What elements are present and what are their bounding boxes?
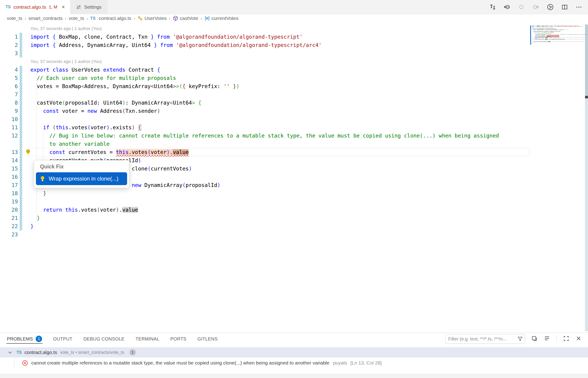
line-number[interactable]: 5 [0, 74, 18, 82]
lightbulb-icon[interactable] [25, 149, 31, 155]
breadcrumb-item-vote_ts[interactable]: vote_ts [69, 15, 84, 21]
code-row[interactable]: 5 // Each user can vote for multiple pro… [0, 74, 530, 82]
line-number[interactable]: 4 [0, 66, 18, 74]
tab-contract-algo-ts[interactable]: TS contract.algo.ts 1, M × [0, 0, 70, 14]
code-line[interactable]: } [30, 189, 46, 197]
code-line[interactable]: } [30, 214, 40, 222]
line-number[interactable]: 23 [0, 230, 18, 239]
panel-tab-gitlens[interactable]: GITLENS [198, 333, 218, 345]
close-panel-icon[interactable] [576, 336, 582, 342]
line-number[interactable]: 20 [0, 206, 18, 214]
breadcrumb-item-castVote[interactable]: castVote [173, 15, 198, 21]
panel-tab-problems[interactable]: PROBLEMS1 [7, 333, 42, 345]
line-number[interactable]: 22 [0, 222, 18, 230]
breadcrumb-item-UserVotes[interactable]: UserVotes [137, 15, 167, 21]
split-editor-icon[interactable] [562, 4, 568, 10]
line-number[interactable]: 10 [0, 115, 18, 123]
code-line[interactable]: } [30, 222, 34, 230]
line-number[interactable] [0, 140, 18, 148]
code-row[interactable]: 18 } [0, 189, 530, 197]
breadcrumb-item-vote_ts[interactable]: vote_ts [7, 15, 22, 21]
line-number[interactable]: 15 [0, 164, 18, 173]
code-row[interactable]: 1import { BoxMap, clone, Contract, Txn }… [0, 33, 530, 41]
gitlens-blame-row[interactable]: You, 37 seconds ago | 1 author (You) [0, 25, 530, 33]
code-row[interactable]: 13 const currentVotes = this.votes(voter… [0, 148, 530, 156]
code-row[interactable]: 9 const voter = new Address(Txn.sender) [0, 107, 530, 115]
collapse-all-icon[interactable] [544, 336, 550, 343]
chevron-down-icon[interactable] [7, 350, 13, 355]
gitlens-blame-annotation[interactable]: You, 37 seconds ago | 1 author (You) [30, 57, 102, 66]
view-as-table-icon[interactable] [531, 336, 537, 343]
code-row[interactable]: to another variable [0, 140, 530, 148]
more-actions-icon[interactable] [576, 4, 582, 10]
gitlens-blame-annotation[interactable]: You, 37 seconds ago | 1 author (You) [30, 25, 102, 33]
problems-error-row[interactable]: cannot create multiple references to a m… [0, 358, 588, 368]
code-line[interactable]: const voter = new Address(Txn.sender) [30, 107, 160, 115]
line-number[interactable]: 16 [0, 173, 18, 181]
line-number[interactable]: 18 [0, 189, 18, 197]
line-number[interactable]: 9 [0, 107, 18, 115]
code-line[interactable]: to another variable [30, 140, 110, 148]
code-row[interactable]: 19 [0, 197, 530, 206]
quick-fix-action[interactable]: Wrap expression in clone(...) [36, 172, 127, 185]
line-number[interactable]: 7 [0, 90, 18, 99]
code-line[interactable]: votes = BoxMap<Address, DynamicArray<Uin… [30, 82, 239, 90]
scrollbar[interactable] [585, 25, 588, 331]
code-row[interactable]: 2import { Address, DynamicArray, Uint64 … [0, 41, 530, 49]
maximize-panel-icon[interactable] [563, 336, 569, 343]
go-forward-disabled-icon[interactable] [532, 4, 539, 10]
line-number[interactable]: 1 [0, 33, 18, 41]
code-row[interactable]: 4export class UserVotes extends Contract… [0, 66, 530, 74]
code-line[interactable]: // Each user can vote for multiple propo… [30, 74, 176, 82]
minimap[interactable]: import { BoxMap, clone, Contract, Txn } … [532, 25, 585, 44]
line-number[interactable]: 12 [0, 132, 18, 140]
code-line[interactable]: return this.votes(voter).value [30, 206, 138, 214]
filter-funnel-icon[interactable] [517, 336, 523, 343]
problems-filter-input[interactable] [445, 334, 525, 344]
code-row[interactable]: 12 // Bug in line below: cannot create m… [0, 132, 530, 140]
panel-tab-output[interactable]: OUTPUT [53, 333, 73, 345]
line-number[interactable]: 21 [0, 214, 18, 222]
code-row[interactable]: 7 [0, 90, 530, 99]
line-number[interactable]: 2 [0, 41, 18, 49]
code-line[interactable]: import { BoxMap, clone, Contract, Txn } … [30, 33, 303, 41]
navigate-circle-disabled-icon[interactable] [518, 4, 524, 10]
gitlens-blame-row[interactable]: You, 37 seconds ago | 1 author (You) [0, 57, 530, 66]
run-or-debug-icon[interactable] [547, 4, 554, 11]
panel-tab-terminal[interactable]: TERMINAL [136, 333, 159, 345]
code-line[interactable]: // Bug in line below: cannot create mult… [30, 132, 499, 140]
go-back-icon[interactable] [504, 4, 511, 10]
line-number[interactable]: 6 [0, 82, 18, 90]
code-line[interactable]: if (this.votes(voter).exists) { [30, 123, 141, 132]
breadcrumb-item-contract.algo.ts[interactable]: TScontract.algo.ts [90, 15, 131, 21]
line-number[interactable]: 3 [0, 49, 18, 57]
breadcrumb-item-currentVotes[interactable]: currentVotes [205, 15, 238, 21]
code-row[interactable]: 6 votes = BoxMap<Address, DynamicArray<U… [0, 82, 530, 90]
problems-file-row[interactable]: TS contract.algo.ts vote_ts • smart_cont… [0, 347, 588, 357]
line-number[interactable]: 17 [0, 181, 18, 189]
code-line[interactable]: import { Address, DynamicArray, Uint64 }… [30, 41, 322, 49]
line-number[interactable]: 13 [0, 148, 18, 156]
close-tab-icon[interactable]: × [62, 5, 65, 10]
code-row[interactable]: 3 [0, 49, 530, 57]
line-number[interactable]: 19 [0, 197, 18, 206]
breadcrumb-item-smart_contracts[interactable]: smart_contracts [28, 15, 63, 21]
code-row[interactable]: 11 if (this.votes(voter).exists) { [0, 123, 530, 132]
scrollbar-thumb[interactable] [585, 25, 588, 96]
code-row[interactable]: 22} [0, 222, 530, 230]
code-row[interactable]: 10 [0, 115, 530, 123]
code-row[interactable]: 20 return this.votes(voter).value [0, 206, 530, 214]
code-line[interactable]: castVote(proposalId: Uint64): DynamicArr… [30, 99, 201, 107]
code-row[interactable]: 21 } [0, 214, 530, 222]
code-line[interactable]: const currentVotes = this.votes(voter).v… [30, 148, 189, 156]
line-number[interactable]: 11 [0, 123, 18, 132]
code-row[interactable]: 23 [0, 230, 530, 239]
code-row[interactable]: 8 castVote(proposalId: Uint64): DynamicA… [0, 99, 530, 107]
compare-changes-icon[interactable] [490, 4, 496, 10]
panel-tab-ports[interactable]: PORTS [170, 333, 187, 345]
panel-tab-debug-console[interactable]: DEBUG CONSOLE [83, 333, 125, 345]
line-number[interactable]: 14 [0, 156, 18, 164]
tab-settings[interactable]: Settings [70, 0, 107, 14]
code-line[interactable]: export class UserVotes extends Contract … [30, 66, 160, 74]
line-number[interactable]: 8 [0, 99, 18, 107]
